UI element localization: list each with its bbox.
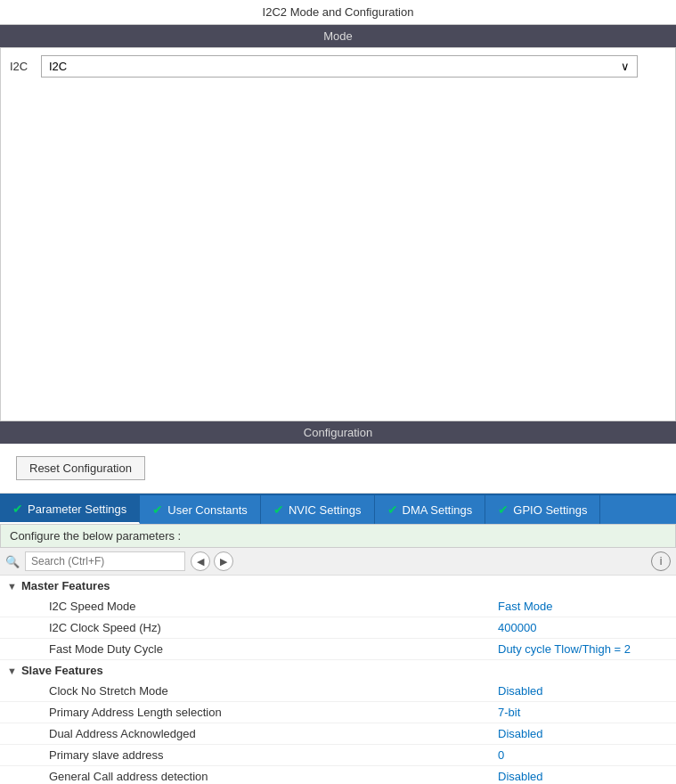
tab-dma-settings[interactable]: ✔DMA Settings bbox=[375, 495, 486, 524]
tab-label: Parameter Settings bbox=[28, 502, 126, 516]
param-value: Disabled bbox=[498, 684, 676, 698]
param-value: 0 bbox=[498, 748, 676, 762]
tabs-bar: ✔Parameter Settings✔User Constants✔NVIC … bbox=[0, 494, 676, 524]
search-input[interactable] bbox=[25, 551, 185, 571]
param-name: I2C Speed Mode bbox=[0, 600, 498, 613]
slave-features-section[interactable]: ▼ Slave Features bbox=[0, 660, 676, 681]
table-row: I2C Clock Speed (Hz) 400000 bbox=[0, 617, 676, 639]
reset-config-button[interactable]: Reset Configuration bbox=[16, 456, 145, 480]
param-name: Primary Address Length selection bbox=[0, 706, 498, 719]
param-name: Fast Mode Duty Cycle bbox=[0, 642, 498, 656]
tab-user-constants[interactable]: ✔User Constants bbox=[140, 495, 261, 524]
param-value: Duty cycle Tlow/Thigh = 2 bbox=[498, 642, 676, 656]
tab-check-icon: ✔ bbox=[273, 502, 284, 517]
master-features-label: Master Features bbox=[21, 579, 110, 592]
params-table: ▼ Master Features I2C Speed Mode Fast Mo… bbox=[0, 576, 676, 784]
title-bar: I2C2 Mode and Configuration bbox=[0, 0, 676, 25]
config-section-header: Configuration bbox=[0, 421, 676, 444]
slave-params-list: Clock No Stretch Mode Disabled Primary A… bbox=[0, 681, 676, 784]
tab-label: User Constants bbox=[167, 503, 248, 517]
tab-check-icon: ✔ bbox=[152, 502, 163, 517]
mode-section-header: Mode bbox=[0, 25, 676, 47]
search-bar: 🔍 ◀ ▶ i bbox=[0, 548, 676, 576]
mode-label: I2C bbox=[10, 60, 32, 73]
slave-features-label: Slave Features bbox=[21, 664, 103, 677]
param-name: Clock No Stretch Mode bbox=[0, 684, 498, 698]
table-row: Clock No Stretch Mode Disabled bbox=[0, 681, 676, 702]
param-name: Dual Address Acknowledged bbox=[0, 727, 498, 740]
tab-label: NVIC Settings bbox=[289, 503, 362, 517]
app-title: I2C2 Mode and Configuration bbox=[263, 5, 414, 19]
param-value: Disabled bbox=[498, 770, 676, 783]
param-value: Disabled bbox=[498, 727, 676, 740]
param-name: I2C Clock Speed (Hz) bbox=[0, 621, 498, 634]
mode-select-arrow: ∨ bbox=[621, 60, 630, 73]
mode-row: I2C I2C ∨ bbox=[1, 48, 675, 85]
tab-gpio-settings[interactable]: ✔GPIO Settings bbox=[485, 495, 600, 524]
nav-arrows: ◀ ▶ bbox=[191, 551, 233, 571]
table-row: Dual Address Acknowledged Disabled bbox=[0, 723, 676, 745]
table-row: I2C Speed Mode Fast Mode bbox=[0, 596, 676, 617]
configure-bar: Configure the below parameters : bbox=[0, 524, 676, 548]
mode-select[interactable]: I2C ∨ bbox=[41, 55, 638, 78]
param-value: 7-bit bbox=[498, 706, 676, 719]
configure-bar-text: Configure the below parameters : bbox=[10, 529, 181, 543]
mode-select-value: I2C bbox=[49, 60, 67, 73]
tab-label: GPIO Settings bbox=[513, 503, 587, 517]
tab-label: DMA Settings bbox=[403, 503, 473, 517]
tab-check-icon: ✔ bbox=[12, 502, 23, 516]
param-name: General Call address detection bbox=[0, 770, 498, 783]
prev-arrow[interactable]: ◀ bbox=[191, 551, 210, 571]
param-name: Primary slave address bbox=[0, 748, 498, 762]
next-arrow[interactable]: ▶ bbox=[214, 551, 233, 571]
table-row: General Call address detection Disabled bbox=[0, 766, 676, 784]
info-icon[interactable]: i bbox=[651, 551, 671, 571]
master-features-section[interactable]: ▼ Master Features bbox=[0, 576, 676, 596]
table-row: Fast Mode Duty Cycle Duty cycle Tlow/Thi… bbox=[0, 639, 676, 660]
mode-area: I2C I2C ∨ bbox=[0, 47, 676, 421]
master-params-list: I2C Speed Mode Fast Mode I2C Clock Speed… bbox=[0, 596, 676, 660]
param-value: 400000 bbox=[498, 621, 676, 634]
search-icon: 🔍 bbox=[5, 555, 20, 568]
slave-chevron-icon: ▼ bbox=[7, 666, 17, 676]
tab-check-icon: ✔ bbox=[387, 502, 398, 517]
param-value: Fast Mode bbox=[498, 600, 676, 613]
tab-parameter-settings[interactable]: ✔Parameter Settings bbox=[0, 495, 140, 524]
reset-area: Reset Configuration bbox=[0, 444, 676, 494]
tab-nvic-settings[interactable]: ✔NVIC Settings bbox=[261, 495, 375, 524]
master-chevron-icon: ▼ bbox=[7, 581, 17, 592]
tab-check-icon: ✔ bbox=[498, 502, 509, 517]
table-row: Primary Address Length selection 7-bit bbox=[0, 702, 676, 723]
table-row: Primary slave address 0 bbox=[0, 745, 676, 766]
